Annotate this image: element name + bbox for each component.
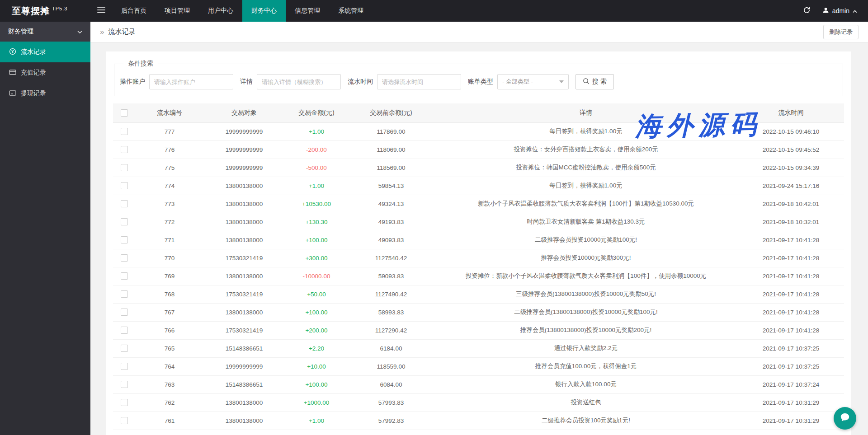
table-row: 76113800138000+1.0057992.83二级推荐会员投资100元奖… bbox=[113, 412, 844, 430]
row-checkbox[interactable] bbox=[121, 236, 128, 243]
row-checkbox[interactable] bbox=[121, 146, 128, 153]
flow-time-cell: 2021-09-17 10:41:28 bbox=[738, 321, 844, 339]
table-row: 77313800138000+10530.0049324.13新款小个子风衣温柔… bbox=[113, 195, 844, 213]
breadcrumb: » 流水记录 删除记录 bbox=[90, 22, 868, 42]
bill-type-select[interactable]: - 全部类型 - bbox=[497, 74, 569, 89]
sidebar-item-recharge-records[interactable]: 充值记录 bbox=[0, 62, 90, 83]
select-all-checkbox[interactable] bbox=[121, 109, 128, 117]
row-checkbox[interactable] bbox=[121, 272, 128, 280]
customer-service-button[interactable] bbox=[834, 407, 856, 430]
balance-before-cell: 118559.00 bbox=[348, 357, 434, 375]
row-checkbox[interactable] bbox=[121, 327, 128, 334]
trade-amount-cell: +1.00 bbox=[285, 177, 348, 195]
row-checkbox-cell bbox=[113, 321, 136, 339]
row-checkbox[interactable] bbox=[121, 182, 128, 189]
time-input[interactable] bbox=[377, 74, 461, 89]
flow-time-cell: 2021-09-17 10:41:28 bbox=[738, 249, 844, 267]
tab-info-management[interactable]: 信息管理 bbox=[286, 0, 329, 22]
flow-id-cell: 765 bbox=[136, 339, 203, 357]
col-trade-account: 交易对象 bbox=[203, 103, 285, 122]
search-button[interactable]: 搜 索 bbox=[576, 74, 614, 89]
col-detail: 详情 bbox=[434, 103, 738, 122]
trade-amount-cell: +100.00 bbox=[285, 231, 348, 249]
flow-time-cell: 2021-09-17 10:37:25 bbox=[738, 357, 844, 375]
detail-cell: 投资摊位：新款小个子风衣温柔收腰薄款气质大衣客卖利润【100件】，使用余额100… bbox=[434, 267, 738, 285]
row-checkbox-cell bbox=[113, 267, 136, 285]
trade-account-cell: 13800138000 bbox=[203, 195, 285, 213]
row-checkbox[interactable] bbox=[121, 363, 128, 370]
balance-before-cell: 1127543.42 bbox=[348, 430, 434, 435]
table-body: 77719999999999+1.00117869.00每日签到，获得奖励1.0… bbox=[113, 122, 844, 435]
table-row: 76617530321419+200.001127290.42推荐会员(1380… bbox=[113, 321, 844, 339]
row-checkbox[interactable] bbox=[121, 254, 128, 262]
balance-before-cell: 6184.00 bbox=[348, 339, 434, 357]
row-checkbox-cell bbox=[113, 177, 136, 195]
trade-account-cell: 15148386651 bbox=[203, 375, 285, 393]
search-group-account: 操作账户 bbox=[120, 74, 233, 89]
row-checkbox[interactable] bbox=[121, 218, 128, 225]
trade-account-cell: 13800138000 bbox=[203, 267, 285, 285]
row-checkbox[interactable] bbox=[121, 128, 128, 135]
trade-account-cell: 15148386651 bbox=[203, 339, 285, 357]
flow-id-cell: 777 bbox=[136, 122, 203, 140]
flow-id-cell: 773 bbox=[136, 195, 203, 213]
row-checkbox-cell bbox=[113, 195, 136, 213]
detail-cell: 新款小个子风衣温柔收腰薄款气质大衣客卖利润【100件】第1期收益10530.00… bbox=[434, 195, 738, 213]
flow-id-cell: 761 bbox=[136, 412, 203, 430]
app-title: 至尊摆摊 bbox=[12, 5, 50, 17]
search-panel: 条件搜索 操作账户 详情 流水时间 账单类型 - 全部类型 - bbox=[114, 60, 843, 96]
balance-before-cell: 117869.00 bbox=[348, 122, 434, 140]
table-row: 77113800138000+100.0049093.83二级推荐会员投资100… bbox=[113, 231, 844, 249]
row-checkbox-cell bbox=[113, 430, 136, 435]
trade-amount-cell: +300.00 bbox=[285, 249, 348, 267]
tab-system-management[interactable]: 系统管理 bbox=[329, 0, 373, 22]
top-navigation: 后台首页 项目管理 用户中心 财务中心 信息管理 系统管理 bbox=[112, 0, 373, 22]
trade-account-cell: 13800138000 bbox=[203, 412, 285, 430]
main-content: » 流水记录 删除记录 条件搜索 操作账户 详情 流水时间 bbox=[90, 22, 868, 435]
row-checkbox[interactable] bbox=[121, 381, 128, 388]
flow-time-cell: 2022-10-15 09:34:39 bbox=[738, 159, 844, 177]
row-checkbox[interactable] bbox=[121, 345, 128, 352]
detail-cell: 推荐会员投资10000元奖励300元! bbox=[434, 249, 738, 267]
user-menu[interactable]: admin bbox=[818, 0, 868, 22]
detail-input[interactable] bbox=[257, 74, 341, 89]
account-label: 操作账户 bbox=[120, 78, 145, 86]
topbar-right: admin bbox=[796, 0, 868, 22]
trade-amount-cell: +1000.00 bbox=[285, 393, 348, 412]
delete-records-button[interactable]: 删除记录 bbox=[823, 25, 859, 39]
sidebar: 财务管理 流水记录 充值记录 提现记录 bbox=[0, 22, 90, 435]
table-row: 76315148386651+100.006084.00银行入款入款100.00… bbox=[113, 375, 844, 393]
table-row: 76817530321419+50.001127490.42三级推荐会员(138… bbox=[113, 285, 844, 303]
row-checkbox-cell bbox=[113, 122, 136, 140]
trade-account-cell: 19999999999 bbox=[203, 159, 285, 177]
flow-id-cell: 774 bbox=[136, 177, 203, 195]
search-legend: 条件搜索 bbox=[123, 60, 158, 68]
account-input[interactable] bbox=[149, 74, 233, 89]
table-row: 76515148386651+2.206184.00通过银行入款奖励2.2元20… bbox=[113, 339, 844, 357]
user-caret-icon bbox=[853, 7, 857, 14]
row-checkbox[interactable] bbox=[121, 200, 128, 207]
user-icon bbox=[822, 7, 829, 15]
chevron-down-icon bbox=[77, 28, 82, 35]
trade-account-cell: 17530321419 bbox=[203, 321, 285, 339]
row-checkbox[interactable] bbox=[121, 290, 128, 298]
row-checkbox[interactable] bbox=[121, 309, 128, 316]
sidebar-group-finance[interactable]: 财务管理 bbox=[0, 22, 90, 42]
row-checkbox[interactable] bbox=[121, 399, 128, 406]
sidebar-item-withdraw-records[interactable]: 提现记录 bbox=[0, 83, 90, 104]
row-checkbox[interactable] bbox=[121, 417, 128, 424]
refresh-button[interactable] bbox=[796, 0, 818, 22]
tab-projects[interactable]: 项目管理 bbox=[156, 0, 199, 22]
row-checkbox-cell bbox=[113, 303, 136, 321]
tab-user-center[interactable]: 用户中心 bbox=[199, 0, 242, 22]
detail-cell: 二级推荐会员投资10000元奖励100元! bbox=[434, 231, 738, 249]
tab-home[interactable]: 后台首页 bbox=[112, 0, 156, 22]
sidebar-toggle-button[interactable] bbox=[90, 0, 112, 22]
trade-account-cell: 17530321419 bbox=[203, 249, 285, 267]
tab-finance-center[interactable]: 财务中心 bbox=[242, 0, 286, 22]
detail-cell: 投资送红包 bbox=[434, 393, 738, 412]
detail-cell: 通过银行入款奖励2.2元 bbox=[434, 339, 738, 357]
row-checkbox[interactable] bbox=[121, 164, 128, 171]
row-checkbox-cell bbox=[113, 412, 136, 430]
sidebar-item-flow-records[interactable]: 流水记录 bbox=[0, 42, 90, 62]
